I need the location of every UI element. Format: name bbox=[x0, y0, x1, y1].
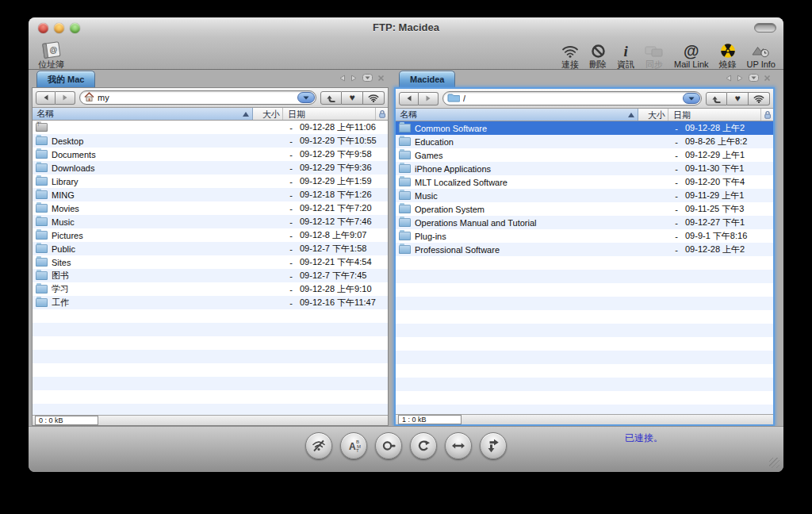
file-row[interactable]: 图书-09-12-7 下午7:45 bbox=[33, 269, 388, 282]
file-size: - bbox=[650, 178, 680, 187]
next-pane-icon[interactable] bbox=[737, 75, 744, 82]
file-date: 09-12-20 下午4 bbox=[680, 176, 773, 188]
file-row[interactable]: Desktop-09-12-29 下午10:55 bbox=[33, 134, 388, 148]
up-directory-button[interactable] bbox=[706, 92, 727, 105]
file-size: - bbox=[265, 298, 295, 308]
swap-panes-button[interactable] bbox=[445, 432, 472, 459]
file-row[interactable]: Movies-09-12-21 下午7:20 bbox=[33, 201, 388, 215]
next-pane-icon[interactable] bbox=[350, 75, 358, 82]
title-bar[interactable]: FTP: Macidea bbox=[29, 17, 783, 38]
file-date: 09-11-30 下午1 bbox=[680, 163, 773, 175]
info-button[interactable]: i 資訊 bbox=[617, 39, 634, 69]
file-size: - bbox=[650, 124, 680, 133]
file-name: Library bbox=[52, 177, 265, 186]
back-button[interactable] bbox=[36, 91, 56, 105]
column-header-size[interactable]: 大小 bbox=[253, 108, 283, 120]
file-row[interactable]: Operations Manual and Tutorial-09-12-27 … bbox=[396, 216, 773, 229]
refresh-button[interactable] bbox=[410, 432, 437, 459]
folder-icon bbox=[399, 164, 411, 173]
main-toolbar: @ 位址簿 連接 刪除 i 資訊 bbox=[29, 38, 783, 70]
file-row[interactable]: 学习-09-12-28 上午9:10 bbox=[33, 282, 388, 296]
forward-button[interactable] bbox=[419, 92, 439, 105]
stop-button[interactable] bbox=[375, 432, 402, 459]
close-pane-icon[interactable] bbox=[377, 75, 385, 82]
lock-icon[interactable] bbox=[376, 108, 388, 120]
file-row[interactable]: Common Software-09-12-28 上午2 bbox=[396, 121, 773, 135]
up-folder-icon bbox=[36, 123, 48, 132]
file-row[interactable]: Downloads-09-12-29 下午9:36 bbox=[33, 161, 388, 175]
local-path-field[interactable]: my bbox=[79, 90, 316, 105]
favorites-button[interactable]: ♥ bbox=[342, 91, 363, 105]
up-directory-button[interactable] bbox=[320, 91, 342, 105]
file-row[interactable]: MLT Localized Software-09-12-20 下午4 bbox=[396, 175, 773, 189]
heart-icon: ♥ bbox=[734, 94, 740, 103]
column-header-name[interactable]: 名稱 bbox=[396, 109, 638, 121]
pane-menu-icon[interactable] bbox=[749, 74, 759, 82]
column-header-size[interactable]: 大小 bbox=[638, 109, 668, 121]
delete-button[interactable]: 刪除 bbox=[589, 39, 607, 69]
file-row[interactable]: Sites-09-12-21 下午4:54 bbox=[33, 255, 388, 269]
connections-button[interactable] bbox=[749, 92, 770, 105]
mail-link-button[interactable]: @ Mail Link bbox=[674, 39, 708, 69]
file-row[interactable]: Plug-ins-09-9-1 下午8:16 bbox=[396, 229, 773, 243]
lock-icon[interactable] bbox=[761, 109, 773, 121]
file-row[interactable]: Library-09-12-29 上午1:59 bbox=[33, 175, 388, 188]
tab-macidea[interactable]: Macidea bbox=[399, 71, 455, 87]
file-size: - bbox=[265, 190, 295, 200]
path-dropdown-button[interactable] bbox=[683, 93, 700, 104]
file-name: Games bbox=[415, 151, 650, 160]
file-row[interactable]: Education-09-8-26 上午8:2 bbox=[396, 135, 773, 148]
file-date: 09-12-12 下午7:46 bbox=[295, 216, 388, 228]
file-date: 09-12-18 下午1:26 bbox=[295, 189, 388, 201]
column-header-name[interactable]: 名稱 bbox=[33, 108, 253, 120]
local-status-count: 0 : 0 kB bbox=[35, 416, 98, 425]
bottom-bar: ABMT 已連接。 bbox=[29, 426, 783, 472]
remote-path-field[interactable]: / bbox=[442, 91, 702, 105]
folder-icon bbox=[36, 190, 48, 199]
info-icon: i bbox=[623, 42, 627, 59]
file-row[interactable]: Music-09-12-12 下午7:46 bbox=[33, 215, 388, 228]
prev-pane-icon[interactable] bbox=[725, 75, 732, 82]
pane-menu-icon[interactable] bbox=[362, 74, 373, 82]
file-date: 09-12-7 下午1:58 bbox=[295, 243, 388, 255]
file-name: Operations Manual and Tutorial bbox=[415, 218, 650, 228]
wifi-small-icon bbox=[368, 94, 379, 102]
transfer-button[interactable] bbox=[480, 432, 507, 459]
disconnect-button[interactable] bbox=[305, 432, 332, 459]
left-pane-controls bbox=[339, 74, 385, 82]
wifi-icon bbox=[561, 42, 579, 59]
path-dropdown-button[interactable] bbox=[297, 92, 315, 103]
file-row[interactable]: Pictures-09-12-8 上午9:07 bbox=[33, 228, 388, 242]
tab-my-mac[interactable]: 我的 Mac bbox=[36, 71, 95, 87]
connect-button[interactable]: 連接 bbox=[561, 39, 579, 69]
toolbar-toggle-button[interactable] bbox=[754, 23, 776, 33]
forward-button[interactable] bbox=[56, 91, 75, 105]
folder-icon bbox=[399, 245, 411, 254]
file-row[interactable]: iPhone Applications-09-11-30 下午1 bbox=[396, 162, 773, 175]
prev-pane-icon[interactable] bbox=[339, 75, 346, 82]
sync-button[interactable]: 同步 bbox=[645, 39, 664, 69]
resize-grip[interactable] bbox=[769, 458, 779, 468]
address-book-button[interactable]: @ 位址簿 bbox=[38, 39, 64, 69]
file-row[interactable]: Games-09-12-29 上午1 bbox=[396, 148, 773, 162]
file-row[interactable]: -09-12-28 上午11:06 bbox=[33, 121, 388, 134]
file-row[interactable]: MING-09-12-18 下午1:26 bbox=[33, 188, 388, 201]
folder-icon bbox=[36, 231, 48, 240]
wifi-small-icon bbox=[753, 94, 764, 103]
file-row[interactable]: Professional Software-09-12-28 上午2 bbox=[396, 243, 773, 256]
close-pane-icon[interactable] bbox=[764, 75, 771, 82]
transfer-mode-button[interactable]: ABMT bbox=[340, 432, 367, 459]
file-row[interactable]: Music-09-11-29 上午1 bbox=[396, 189, 773, 202]
file-name: MING bbox=[52, 190, 265, 200]
file-row[interactable]: Operation System-09-11-25 下午3 bbox=[396, 202, 773, 216]
file-row[interactable]: Documents-09-12-29 下午9:58 bbox=[33, 148, 388, 161]
back-button[interactable] bbox=[399, 92, 419, 105]
column-header-date[interactable]: 日期 bbox=[283, 108, 376, 120]
file-row[interactable]: Public-09-12-7 下午1:58 bbox=[33, 242, 388, 255]
column-header-date[interactable]: 日期 bbox=[668, 109, 761, 121]
favorites-button[interactable]: ♥ bbox=[727, 92, 749, 105]
up-info-button[interactable]: UP Info bbox=[747, 39, 776, 69]
burn-button[interactable]: 燒錄 bbox=[719, 39, 737, 69]
connections-button[interactable] bbox=[363, 91, 385, 105]
file-row[interactable]: 工作-09-12-16 下午11:47 bbox=[33, 296, 388, 309]
